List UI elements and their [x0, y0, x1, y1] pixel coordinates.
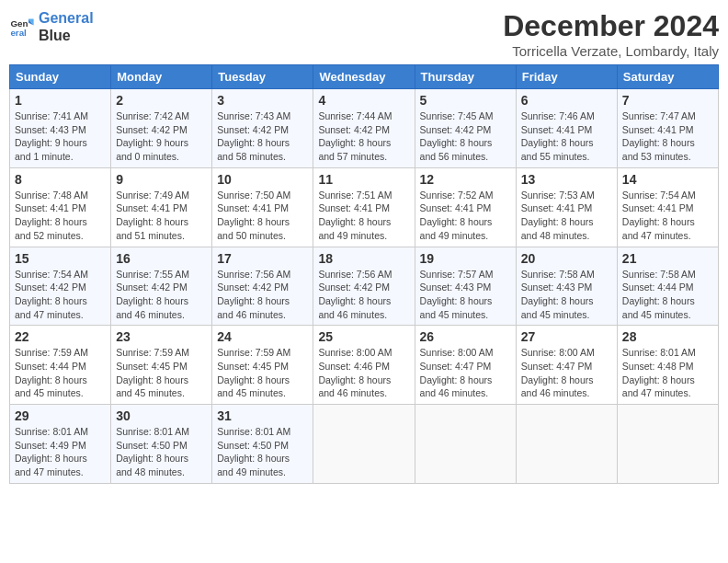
- calendar-cell: 6Sunrise: 7:46 AMSunset: 4:41 PMDaylight…: [516, 89, 617, 168]
- calendar-cell: 13Sunrise: 7:53 AMSunset: 4:41 PMDayligh…: [516, 167, 617, 247]
- day-number: 11: [318, 172, 409, 187]
- day-number: 28: [622, 329, 713, 344]
- day-number: 22: [15, 329, 106, 344]
- calendar-cell: 31Sunrise: 8:01 AMSunset: 4:50 PMDayligh…: [212, 405, 313, 484]
- title-area: December 2024 Torricella Verzate, Lombar…: [503, 9, 719, 59]
- day-number: 29: [15, 408, 106, 423]
- calendar-cell: 21Sunrise: 7:58 AMSunset: 4:44 PMDayligh…: [617, 247, 718, 326]
- calendar-cell: 30Sunrise: 8:01 AMSunset: 4:50 PMDayligh…: [111, 405, 212, 484]
- calendar-cell: [516, 405, 617, 484]
- day-info: Sunrise: 7:49 AMSunset: 4:41 PMDaylight:…: [116, 189, 207, 243]
- day-info: Sunrise: 7:58 AMSunset: 4:44 PMDaylight:…: [622, 268, 713, 322]
- calendar-cell: 24Sunrise: 7:59 AMSunset: 4:45 PMDayligh…: [212, 326, 313, 405]
- calendar-cell: 29Sunrise: 8:01 AMSunset: 4:49 PMDayligh…: [10, 405, 111, 484]
- calendar-cell: 17Sunrise: 7:56 AMSunset: 4:42 PMDayligh…: [212, 247, 313, 326]
- calendar-cell: 9Sunrise: 7:49 AMSunset: 4:41 PMDaylight…: [111, 167, 212, 247]
- calendar-cell: 18Sunrise: 7:56 AMSunset: 4:42 PMDayligh…: [313, 247, 415, 326]
- weekday-header-saturday: Saturday: [617, 65, 718, 89]
- calendar-week-3: 15Sunrise: 7:54 AMSunset: 4:42 PMDayligh…: [10, 247, 719, 326]
- day-number: 5: [420, 93, 511, 108]
- svg-text:eral: eral: [10, 28, 27, 38]
- day-number: 30: [116, 408, 207, 423]
- day-number: 6: [521, 93, 612, 108]
- calendar-cell: 15Sunrise: 7:54 AMSunset: 4:42 PMDayligh…: [10, 247, 111, 326]
- calendar-table: SundayMondayTuesdayWednesdayThursdayFrid…: [9, 64, 719, 484]
- day-info: Sunrise: 7:53 AMSunset: 4:41 PMDaylight:…: [521, 189, 612, 243]
- logo-line2: Blue: [39, 27, 94, 44]
- weekday-header-sunday: Sunday: [10, 65, 111, 89]
- day-number: 16: [116, 251, 207, 266]
- weekday-header-thursday: Thursday: [415, 65, 516, 89]
- day-info: Sunrise: 8:01 AMSunset: 4:50 PMDaylight:…: [116, 425, 207, 479]
- day-info: Sunrise: 7:52 AMSunset: 4:41 PMDaylight:…: [420, 189, 511, 243]
- day-info: Sunrise: 7:50 AMSunset: 4:41 PMDaylight:…: [217, 189, 308, 243]
- logo-line1: General: [39, 9, 94, 27]
- calendar-cell: 12Sunrise: 7:52 AMSunset: 4:41 PMDayligh…: [415, 167, 516, 247]
- calendar-cell: 25Sunrise: 8:00 AMSunset: 4:46 PMDayligh…: [313, 326, 415, 405]
- day-info: Sunrise: 7:59 AMSunset: 4:44 PMDaylight:…: [15, 346, 106, 400]
- day-number: 26: [420, 329, 511, 344]
- day-info: Sunrise: 7:57 AMSunset: 4:43 PMDaylight:…: [420, 268, 511, 322]
- day-info: Sunrise: 7:58 AMSunset: 4:43 PMDaylight:…: [521, 268, 612, 322]
- day-number: 25: [318, 329, 409, 344]
- calendar-week-4: 22Sunrise: 7:59 AMSunset: 4:44 PMDayligh…: [10, 326, 719, 405]
- day-number: 4: [318, 93, 409, 108]
- day-number: 24: [217, 329, 308, 344]
- day-number: 7: [622, 93, 713, 108]
- calendar-cell: 22Sunrise: 7:59 AMSunset: 4:44 PMDayligh…: [10, 326, 111, 405]
- day-number: 18: [318, 251, 409, 266]
- weekday-header-friday: Friday: [516, 65, 617, 89]
- calendar-cell: 5Sunrise: 7:45 AMSunset: 4:42 PMDaylight…: [415, 89, 516, 168]
- calendar-cell: 11Sunrise: 7:51 AMSunset: 4:41 PMDayligh…: [313, 167, 415, 247]
- day-info: Sunrise: 7:42 AMSunset: 4:42 PMDaylight:…: [116, 109, 207, 164]
- day-number: 23: [116, 329, 207, 344]
- calendar-cell: 10Sunrise: 7:50 AMSunset: 4:41 PMDayligh…: [212, 167, 313, 247]
- day-info: Sunrise: 8:01 AMSunset: 4:49 PMDaylight:…: [15, 425, 106, 479]
- day-info: Sunrise: 7:56 AMSunset: 4:42 PMDaylight:…: [318, 268, 409, 322]
- calendar-cell: 28Sunrise: 8:01 AMSunset: 4:48 PMDayligh…: [617, 326, 718, 405]
- day-info: Sunrise: 7:59 AMSunset: 4:45 PMDaylight:…: [217, 346, 308, 400]
- day-info: Sunrise: 8:00 AMSunset: 4:46 PMDaylight:…: [318, 346, 409, 400]
- day-number: 10: [217, 172, 308, 187]
- calendar-week-5: 29Sunrise: 8:01 AMSunset: 4:49 PMDayligh…: [10, 405, 719, 484]
- calendar-cell: 19Sunrise: 7:57 AMSunset: 4:43 PMDayligh…: [415, 247, 516, 326]
- day-number: 15: [15, 251, 106, 266]
- calendar-cell: 1Sunrise: 7:41 AMSunset: 4:43 PMDaylight…: [10, 89, 111, 168]
- calendar-cell: 7Sunrise: 7:47 AMSunset: 4:41 PMDaylight…: [617, 89, 718, 168]
- day-number: 21: [622, 251, 713, 266]
- calendar-cell: [415, 405, 516, 484]
- day-number: 27: [521, 329, 612, 344]
- calendar-cell: 23Sunrise: 7:59 AMSunset: 4:45 PMDayligh…: [111, 326, 212, 405]
- calendar-week-2: 8Sunrise: 7:48 AMSunset: 4:41 PMDaylight…: [10, 167, 719, 247]
- day-info: Sunrise: 7:47 AMSunset: 4:41 PMDaylight:…: [622, 109, 713, 164]
- weekday-header-monday: Monday: [111, 65, 212, 89]
- day-info: Sunrise: 7:54 AMSunset: 4:42 PMDaylight:…: [15, 268, 106, 322]
- day-info: Sunrise: 7:56 AMSunset: 4:42 PMDaylight:…: [217, 268, 308, 322]
- day-info: Sunrise: 7:55 AMSunset: 4:42 PMDaylight:…: [116, 268, 207, 322]
- day-number: 8: [15, 172, 106, 187]
- day-info: Sunrise: 8:00 AMSunset: 4:47 PMDaylight:…: [521, 346, 612, 400]
- day-number: 2: [116, 93, 207, 108]
- calendar-week-1: 1Sunrise: 7:41 AMSunset: 4:43 PMDaylight…: [10, 89, 719, 168]
- day-info: Sunrise: 7:59 AMSunset: 4:45 PMDaylight:…: [116, 346, 207, 400]
- location-subtitle: Torricella Verzate, Lombardy, Italy: [503, 43, 719, 59]
- calendar-cell: 27Sunrise: 8:00 AMSunset: 4:47 PMDayligh…: [516, 326, 617, 405]
- day-info: Sunrise: 7:41 AMSunset: 4:43 PMDaylight:…: [15, 109, 106, 164]
- day-number: 14: [622, 172, 713, 187]
- header: Gen eral General Blue December 2024 Torr…: [9, 9, 719, 59]
- weekday-header-wednesday: Wednesday: [313, 65, 415, 89]
- day-info: Sunrise: 7:45 AMSunset: 4:42 PMDaylight:…: [420, 109, 511, 164]
- day-number: 17: [217, 251, 308, 266]
- day-number: 31: [217, 408, 308, 423]
- calendar-cell: 20Sunrise: 7:58 AMSunset: 4:43 PMDayligh…: [516, 247, 617, 326]
- weekday-header-tuesday: Tuesday: [212, 65, 313, 89]
- month-title: December 2024: [503, 9, 719, 43]
- calendar-cell: 4Sunrise: 7:44 AMSunset: 4:42 PMDaylight…: [313, 89, 415, 168]
- calendar-cell: 8Sunrise: 7:48 AMSunset: 4:41 PMDaylight…: [10, 167, 111, 247]
- day-info: Sunrise: 8:01 AMSunset: 4:50 PMDaylight:…: [217, 425, 308, 479]
- calendar-cell: [313, 405, 415, 484]
- calendar-cell: 26Sunrise: 8:00 AMSunset: 4:47 PMDayligh…: [415, 326, 516, 405]
- day-number: 13: [521, 172, 612, 187]
- day-info: Sunrise: 7:48 AMSunset: 4:41 PMDaylight:…: [15, 189, 106, 243]
- calendar-cell: [617, 405, 718, 484]
